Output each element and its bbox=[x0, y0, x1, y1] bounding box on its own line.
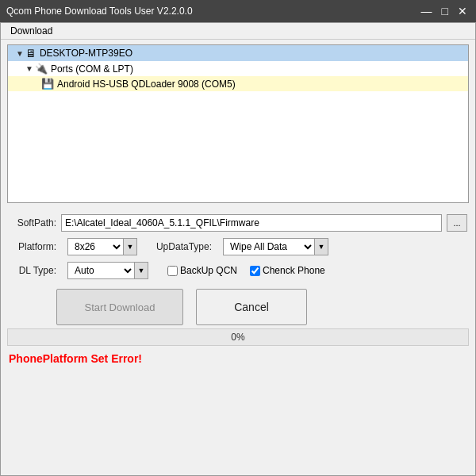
progress-bar-section: 0% bbox=[7, 328, 469, 346]
tree-node-ports[interactable]: ▼ Ports (COM & LPT) bbox=[8, 61, 468, 76]
platform-label: Platform: bbox=[9, 241, 56, 252]
check-phone-checkbox[interactable] bbox=[250, 266, 260, 276]
menu-download[interactable]: Download bbox=[7, 24, 56, 38]
dltype-dropdown-wrapper: Auto Streaming Firehose ▼ bbox=[67, 262, 148, 279]
platform-dropdown-arrow[interactable]: ▼ bbox=[123, 238, 137, 255]
menu-bar: Download bbox=[1, 23, 475, 40]
device-tree[interactable]: ▼ DESKTOP-MTP39EO ▼ Ports (COM & LPT) An… bbox=[7, 44, 469, 203]
error-message: PhonePlatform Set Error! bbox=[9, 352, 142, 365]
tree-node-usb[interactable]: Android HS-USB QDLoader 9008 (COM5) bbox=[8, 76, 468, 91]
platform-updatatype-row: Platform: 8x26 8x10 8x30 8x55 8x60 ▼ UpD… bbox=[9, 238, 467, 255]
softpath-label: SoftPath: bbox=[9, 217, 56, 228]
maximize-button[interactable]: □ bbox=[440, 6, 451, 17]
close-button[interactable]: ✕ bbox=[455, 6, 470, 17]
start-download-button[interactable]: Start Download bbox=[56, 289, 183, 325]
backup-qcn-label[interactable]: BackUp QCN bbox=[167, 265, 237, 276]
dltype-select[interactable]: Auto Streaming Firehose bbox=[67, 262, 134, 279]
tree-node-ports-label: Ports (COM & LPT) bbox=[51, 63, 133, 75]
progress-label: 0% bbox=[231, 332, 244, 343]
computer-icon bbox=[25, 47, 36, 60]
cancel-button[interactable]: Cancel bbox=[196, 289, 307, 325]
check-phone-text: Chenck Phone bbox=[263, 265, 325, 276]
window-controls: — □ ✕ bbox=[419, 6, 470, 17]
updatatype-select[interactable]: Wipe All Data Erase All Keep User Data bbox=[223, 238, 314, 255]
form-section: SoftPath: ... Platform: 8x26 8x10 8x30 8… bbox=[1, 208, 475, 286]
platform-select[interactable]: 8x26 8x10 8x30 8x55 8x60 bbox=[67, 238, 123, 255]
dltype-label: DL Type: bbox=[9, 265, 56, 276]
minimize-button[interactable]: — bbox=[419, 6, 435, 17]
updatatype-label: UpDataType: bbox=[148, 241, 212, 252]
updatatype-dropdown-arrow[interactable]: ▼ bbox=[314, 238, 328, 255]
expand-root-icon: ▼ bbox=[16, 49, 24, 58]
backup-qcn-checkbox[interactable] bbox=[167, 266, 178, 276]
softpath-row: SoftPath: ... bbox=[9, 214, 467, 232]
error-section: PhonePlatform Set Error! bbox=[1, 346, 475, 475]
dltype-dropdown-arrow[interactable]: ▼ bbox=[134, 262, 148, 279]
softpath-input[interactable] bbox=[61, 214, 442, 232]
tree-node-root[interactable]: ▼ DESKTOP-MTP39EO bbox=[8, 45, 468, 61]
tree-node-root-label: DESKTOP-MTP39EO bbox=[40, 48, 132, 59]
main-window: Download ▼ DESKTOP-MTP39EO ▼ Ports (COM … bbox=[0, 22, 476, 476]
tree-node-usb-label: Android HS-USB QDLoader 9008 (COM5) bbox=[57, 79, 236, 90]
title-bar: Qcom Phone Download Tools User V2.2.0.0 … bbox=[0, 0, 476, 22]
platform-dropdown-wrapper: 8x26 8x10 8x30 8x55 8x60 ▼ bbox=[67, 238, 137, 255]
button-row: Start Download Cancel bbox=[1, 286, 475, 328]
dltype-checkbox-row: DL Type: Auto Streaming Firehose ▼ BackU… bbox=[9, 262, 467, 279]
browse-button[interactable]: ... bbox=[447, 214, 467, 232]
window-title: Qcom Phone Download Tools User V2.2.0.0 bbox=[6, 6, 193, 17]
ports-icon bbox=[35, 63, 48, 75]
updatatype-dropdown-wrapper: Wipe All Data Erase All Keep User Data ▼ bbox=[223, 238, 328, 255]
backup-qcn-text: BackUp QCN bbox=[180, 265, 237, 276]
expand-ports-icon: ▼ bbox=[25, 64, 33, 73]
check-phone-label[interactable]: Chenck Phone bbox=[250, 265, 325, 276]
usb-icon bbox=[41, 78, 54, 90]
